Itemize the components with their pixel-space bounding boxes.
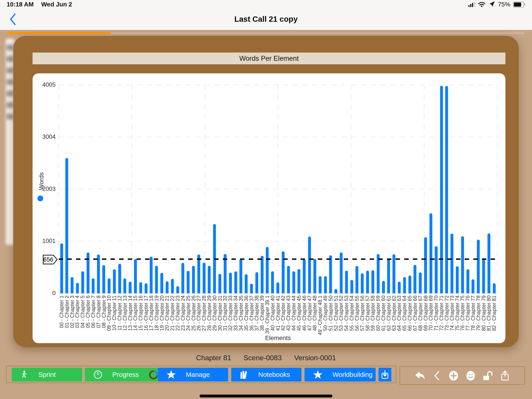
x-tick-label: 70 - Chapter 69 bbox=[428, 296, 434, 331]
x-tick-label: 27 - Chapter 28 bbox=[201, 296, 207, 331]
screen: 10:18 AM Wed Jun 2 75% Last Call 21 copy bbox=[0, 0, 532, 399]
x-tick-label: 82 - Chapter 81 bbox=[491, 296, 497, 331]
x-tick-label: 03 - Chapter 4 bbox=[74, 296, 80, 328]
x-tick-label: 11 - Chapter 12 bbox=[117, 296, 122, 330]
bar bbox=[81, 271, 84, 293]
scene-info-chapter: Chapter 81 bbox=[196, 354, 231, 362]
bar bbox=[245, 274, 248, 293]
x-tick-label: 40 - Chapter 40 bbox=[270, 296, 276, 331]
x-tick-label: 18 - Chapter 19 bbox=[154, 296, 159, 331]
bar bbox=[176, 286, 179, 293]
x-tick-label: 75 - Chapter 74 bbox=[455, 296, 460, 331]
wifi-icon bbox=[477, 1, 486, 8]
navigate-back-button[interactable] bbox=[431, 370, 442, 381]
x-tick-label: 24 - Chapter 25 bbox=[185, 296, 191, 331]
toolbar-main: Sprint Progress Man bbox=[6, 366, 396, 383]
v-gridline bbox=[205, 85, 205, 293]
x-tick-label: 41 - Chapter 41 bbox=[275, 296, 281, 331]
x-tick-label: 56 - Chapter 55 bbox=[354, 296, 360, 331]
x-tick-label: 29 - Chapter 30 bbox=[212, 296, 217, 331]
x-tick-label: 12 - Chapter 13 bbox=[122, 296, 128, 331]
bar bbox=[97, 254, 100, 293]
lock-button[interactable] bbox=[482, 370, 494, 381]
x-tick-label: 71 - Chapter 70 bbox=[433, 296, 439, 331]
bar bbox=[150, 257, 152, 293]
scene-info: Chapter 81 Scene-0083 Version-0001 bbox=[0, 354, 532, 362]
x-tick-label: 63 - Chapter 62 bbox=[391, 296, 397, 331]
progress-button[interactable]: Progress bbox=[85, 368, 161, 381]
notebooks-button[interactable]: Notebooks bbox=[231, 368, 301, 381]
nav-bar: Last Call 21 copy bbox=[0, 9, 532, 30]
bar bbox=[203, 263, 206, 293]
bar bbox=[445, 86, 448, 293]
status-time: 10:18 AM bbox=[7, 1, 34, 8]
bar bbox=[282, 251, 285, 293]
bar bbox=[166, 281, 169, 293]
bar bbox=[477, 240, 480, 293]
x-tick-label: 61 - Chapter 60 bbox=[380, 296, 386, 331]
content-area: Words Per Element Words 0100120033004400… bbox=[0, 30, 532, 399]
home-indicator[interactable] bbox=[200, 395, 332, 398]
bar bbox=[345, 271, 348, 293]
x-tick-label: 13 - Chapter 14 bbox=[127, 296, 133, 331]
x-tick-label: 79 - Chapter 78 bbox=[475, 296, 481, 331]
legend-dot-icon bbox=[38, 195, 43, 201]
scene-info-scene: Scene-0083 bbox=[244, 354, 282, 362]
document-progress-fill bbox=[7, 32, 111, 34]
undo-button[interactable] bbox=[413, 370, 425, 381]
star-icon bbox=[313, 370, 323, 379]
bar bbox=[319, 276, 322, 293]
x-tick-label: 68 - Chapter 67 bbox=[418, 296, 423, 331]
x-tick-label: 22 - Chapter 23 bbox=[175, 296, 181, 331]
bar bbox=[371, 270, 374, 293]
x-tick-label: 59 - Chapter 58 bbox=[370, 296, 376, 331]
x-tick-label: 57 - Chapter 56 bbox=[360, 296, 365, 331]
unlock-icon bbox=[482, 370, 494, 381]
bar bbox=[118, 264, 121, 293]
location-arrow-icon bbox=[489, 1, 495, 8]
x-tick-label: 73 - Chapter 72 bbox=[444, 296, 450, 331]
bar bbox=[218, 274, 221, 293]
x-tick-label: 38 - Chapter 39 bbox=[259, 296, 265, 331]
bar bbox=[350, 280, 353, 293]
bar bbox=[488, 233, 490, 293]
x-tick-label: 60 - Chapter 59 bbox=[375, 296, 381, 331]
add-button[interactable] bbox=[448, 370, 459, 381]
bar bbox=[239, 259, 242, 293]
bar bbox=[440, 86, 443, 293]
sprint-button[interactable]: Sprint bbox=[12, 368, 82, 381]
share-button[interactable] bbox=[499, 370, 511, 381]
worldbuilding-button[interactable]: Worldbuilding bbox=[304, 368, 376, 381]
x-tick-label: 10 - Chapter 11 bbox=[111, 296, 117, 330]
share-icon bbox=[500, 370, 510, 381]
x-tick-label: 64 - Chapter 63 bbox=[396, 296, 402, 331]
y-tick-label: 3004 bbox=[32, 134, 56, 140]
bar bbox=[145, 283, 147, 293]
x-tick-label: 09 - Chapter 10 bbox=[106, 296, 112, 331]
bar bbox=[419, 272, 422, 293]
bar bbox=[461, 236, 464, 293]
save-download-button[interactable] bbox=[379, 368, 391, 381]
bar bbox=[303, 259, 306, 293]
x-tick-label: 20 - Chapter 21 bbox=[164, 296, 170, 331]
emoji-button[interactable] bbox=[465, 370, 476, 381]
x-tick-label: 19 - Chapter 20 bbox=[159, 296, 165, 331]
bar bbox=[298, 269, 300, 293]
x-tick-label: 33 - Chapter 34 bbox=[233, 296, 239, 331]
bar bbox=[377, 254, 380, 293]
bar bbox=[308, 237, 311, 293]
bar bbox=[403, 277, 406, 293]
manage-button[interactable]: Manage bbox=[158, 368, 228, 381]
reference-line bbox=[59, 258, 497, 260]
undo-icon bbox=[413, 371, 425, 381]
download-icon bbox=[380, 369, 390, 380]
bar bbox=[335, 289, 337, 293]
x-tick-label: 37 - Chapter 38 bbox=[254, 296, 260, 331]
bar bbox=[413, 265, 416, 293]
bar bbox=[113, 269, 116, 293]
x-tick-label: 55 - Chapter 54 bbox=[349, 296, 355, 331]
bar bbox=[276, 282, 279, 293]
y-tick-label: 4005 bbox=[32, 81, 56, 88]
y-tick-label: 1001 bbox=[32, 238, 56, 245]
bar bbox=[271, 271, 274, 293]
